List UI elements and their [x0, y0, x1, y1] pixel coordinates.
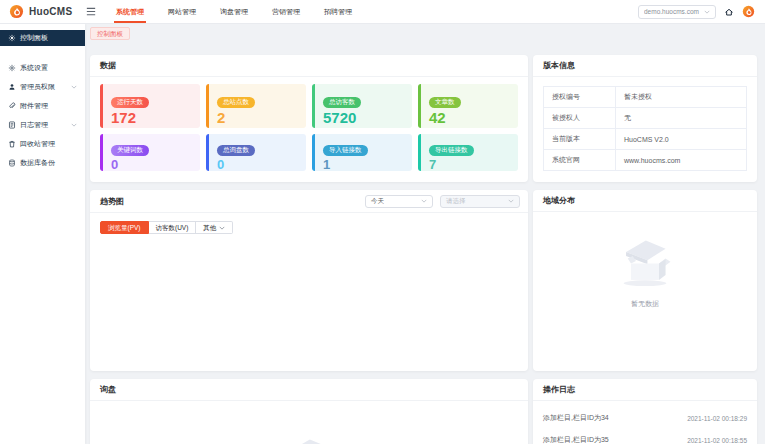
data-panel: 数据 运行天数 172 总站点数 2 总访客数 5720 文章数 42 关键词数… — [90, 55, 528, 182]
stat-badge: 关键词数 — [111, 145, 149, 156]
nav-item-system[interactable]: 系统管理 — [104, 0, 156, 23]
gear-icon — [8, 64, 16, 72]
log-entry-time: 2021-11-02 00:18:55 — [687, 437, 747, 444]
trend-time-select[interactable]: 今天 — [365, 195, 433, 208]
sidebar-item-label: 数据库备份 — [20, 158, 55, 168]
sidebar-item-label: 系统设置 — [20, 63, 48, 73]
brand-name: HuoCMS — [29, 6, 72, 17]
app-root: HuoCMS 系统管理 网站管理 询盘管理 营销管理 招聘管理 demo.huo… — [0, 0, 765, 444]
user-icon — [8, 83, 16, 91]
stat-card-outbound-links: 导出链接数 7 — [418, 134, 518, 171]
stat-value: 0 — [111, 158, 200, 171]
sidebar-item-dashboard[interactable]: 控制面板 — [0, 30, 85, 46]
region-panel-title: 地域分布 — [533, 190, 757, 212]
nav-item-inquiry[interactable]: 询盘管理 — [208, 0, 260, 23]
sidebar-item-label: 附件管理 — [20, 101, 48, 111]
brand: HuoCMS — [0, 4, 84, 19]
trend-panel: 趋势图 今天 请选择 浏览量(PV) 访客数(UV) 其他 — [90, 190, 528, 371]
sidebar-item-recycle-bin[interactable]: 回收站管理 — [0, 134, 85, 153]
trend-metric-tabs: 浏览量(PV) 访客数(UV) 其他 — [100, 221, 233, 234]
stat-badge: 导出链接数 — [429, 145, 474, 156]
stat-card-running-days: 运行天数 172 — [100, 84, 200, 128]
sidebar-item-logs[interactable]: 日志管理 — [0, 115, 85, 134]
version-row-label: 系统官网 — [544, 150, 616, 171]
version-row-label: 授权编号 — [544, 87, 616, 108]
database-icon — [8, 159, 16, 167]
paperclip-icon — [8, 102, 16, 110]
operation-log-panel: 操作日志 添加栏目,栏目ID为34 2021-11-02 00:18:29 添加… — [533, 379, 757, 444]
home-icon[interactable] — [724, 7, 734, 17]
stat-value: 2 — [217, 110, 306, 126]
version-row-label: 当前版本 — [544, 129, 616, 150]
nav-item-website[interactable]: 网站管理 — [156, 0, 208, 23]
table-row: 授权编号 暂未授权 — [544, 87, 747, 108]
version-row-value: www.huocms.com — [616, 150, 747, 171]
table-row: 被授权人 无 — [544, 108, 747, 129]
version-row-value: 无 — [616, 108, 747, 129]
nav-item-recruit[interactable]: 招聘管理 — [312, 0, 364, 23]
inquiry-panel-title: 询盘 — [90, 379, 528, 401]
route-tag-dashboard[interactable]: 控制面板 — [90, 27, 130, 40]
sidebar-item-attachments[interactable]: 附件管理 — [0, 96, 85, 115]
log-entry: 添加栏目,栏目ID为35 2021-11-02 00:18:55 — [533, 429, 757, 444]
hamburger-icon[interactable] — [86, 7, 96, 16]
table-row: 系统官网 www.huocms.com — [544, 150, 747, 171]
trend-time-select-value: 今天 — [371, 197, 421, 206]
log-entry-text: 添加栏目,栏目ID为35 — [543, 435, 609, 444]
chevron-down-icon — [219, 226, 225, 230]
log-entry: 添加栏目,栏目ID为34 2021-11-02 00:18:29 — [533, 407, 757, 429]
header-right: demo.huocms.com — [638, 5, 765, 19]
tab-other-label: 其他 — [203, 222, 216, 233]
stat-value: 5720 — [323, 110, 412, 126]
stat-card-total-sites: 总站点数 2 — [206, 84, 306, 128]
stat-badge: 运行天数 — [111, 97, 149, 108]
region-empty-state: 暂无数据 — [533, 232, 757, 309]
log-icon — [8, 121, 16, 129]
site-select-value: demo.huocms.com — [644, 8, 704, 15]
version-row-label: 被授权人 — [544, 108, 616, 129]
stat-card-total-inquiries: 总询盘数 0 — [206, 134, 306, 171]
chevron-down-icon — [704, 10, 710, 14]
trash-icon — [8, 140, 16, 148]
stat-badge: 导入链接数 — [323, 145, 368, 156]
trend-site-select-placeholder: 请选择 — [446, 197, 508, 206]
nav-item-marketing[interactable]: 营销管理 — [260, 0, 312, 23]
sidebar-item-database-backup[interactable]: 数据库备份 — [0, 153, 85, 172]
sidebar-item-label: 管理员权限 — [20, 82, 55, 92]
user-avatar-flame-icon[interactable] — [742, 5, 755, 18]
tab-other[interactable]: 其他 — [196, 221, 233, 234]
dashboard-icon — [8, 34, 16, 42]
version-panel-title: 版本信息 — [533, 55, 757, 77]
sidebar-item-label: 回收站管理 — [20, 139, 55, 149]
version-panel: 版本信息 授权编号 暂未授权 被授权人 无 当前版本 HuoCMS V2.0 系… — [533, 55, 757, 182]
tab-pageviews[interactable]: 浏览量(PV) — [100, 221, 149, 234]
top-header: HuoCMS 系统管理 网站管理 询盘管理 营销管理 招聘管理 demo.huo… — [0, 0, 765, 24]
stat-value: 1 — [323, 158, 412, 171]
sidebar-item-admin-permission[interactable]: 管理员权限 — [0, 77, 85, 96]
stat-cards: 运行天数 172 总站点数 2 总访客数 5720 文章数 42 关键词数 0 … — [90, 77, 528, 171]
tag-bar: 控制面板 — [0, 24, 765, 42]
log-entry-time: 2021-11-02 00:18:29 — [687, 415, 747, 422]
sidebar-item-settings[interactable]: 系统设置 — [0, 58, 85, 77]
stat-card-total-visitors: 总访客数 5720 — [312, 84, 412, 128]
trend-panel-header: 趋势图 今天 请选择 — [90, 190, 528, 213]
chevron-down-icon — [71, 123, 77, 127]
huocms-flame-icon — [9, 4, 24, 19]
site-select[interactable]: demo.huocms.com — [638, 5, 716, 19]
region-panel: 地域分布 暂无数据 — [533, 190, 757, 371]
empty-box-icon — [272, 431, 346, 444]
stat-value: 172 — [111, 110, 200, 126]
stat-card-inbound-links: 导入链接数 1 — [312, 134, 412, 171]
stat-value: 0 — [217, 158, 306, 171]
operation-log-title: 操作日志 — [533, 379, 757, 401]
top-nav: 系统管理 网站管理 询盘管理 营销管理 招聘管理 — [104, 0, 364, 23]
tab-visitors[interactable]: 访客数(UV) — [149, 221, 197, 234]
stat-badge: 文章数 — [429, 97, 461, 108]
inquiry-panel: 询盘 — [90, 379, 528, 444]
version-table: 授权编号 暂未授权 被授权人 无 当前版本 HuoCMS V2.0 系统官网 w… — [543, 86, 747, 171]
stat-value: 7 — [429, 158, 518, 171]
trend-site-select[interactable]: 请选择 — [440, 195, 520, 208]
sidebar-item-label: 日志管理 — [20, 120, 48, 130]
stat-badge: 总访客数 — [323, 97, 361, 108]
stat-value: 42 — [429, 110, 518, 126]
